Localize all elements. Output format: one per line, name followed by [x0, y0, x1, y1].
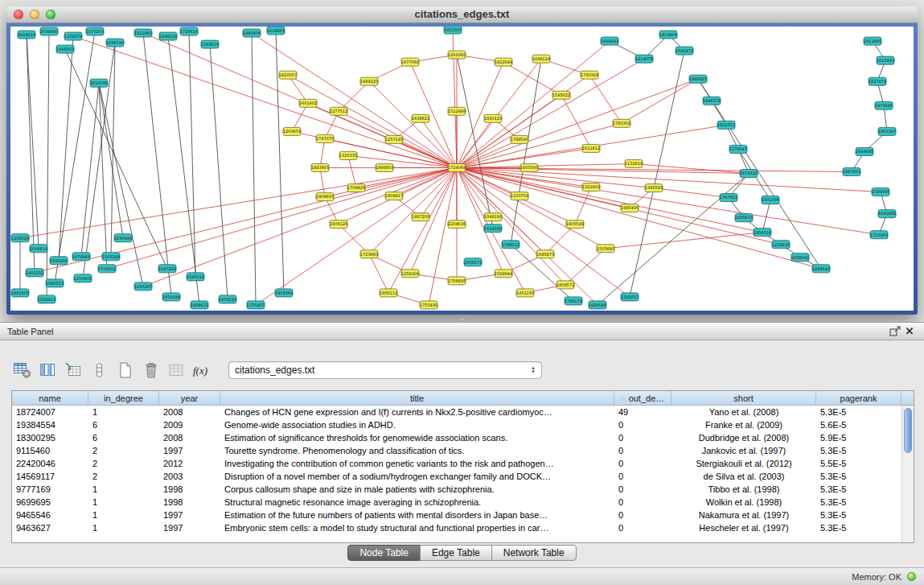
close-window-button[interactable] — [14, 10, 23, 19]
graph-node[interactable]: 1496028 — [159, 32, 177, 40]
table-row[interactable]: 946554611997Estimation of the future num… — [12, 509, 901, 521]
graph-node[interactable]: 1985495 — [621, 204, 639, 212]
graph-node[interactable]: 1261065 — [448, 51, 466, 59]
table-row[interactable]: 2242004622012Investigating the contribut… — [12, 457, 901, 470]
graph-node[interactable]: 1830494 — [114, 234, 132, 242]
graph-node[interactable]: 1709502 — [98, 265, 116, 273]
graph-node[interactable]: 1505680 — [597, 245, 614, 253]
graph-node[interactable]: 1822544 — [495, 58, 512, 66]
graph-node[interactable]: 1345589 — [645, 184, 663, 192]
table-row[interactable]: 977716911998Corpus callosum shape and si… — [12, 483, 901, 496]
graph-node[interactable]: 1325335 — [339, 151, 357, 159]
graph-node[interactable]: 1785302 — [613, 119, 630, 127]
zoom-window-button[interactable] — [46, 10, 55, 19]
graph-node[interactable]: 1996503 — [56, 45, 74, 53]
table-columns-icon[interactable] — [37, 360, 58, 381]
graph-node[interactable]: 1582472 — [676, 47, 693, 55]
graph-node[interactable]: 1866803 — [376, 163, 393, 171]
graph-node[interactable]: 1618903 — [267, 27, 285, 35]
graph-node[interactable]: 2006814 — [30, 245, 47, 253]
graph-node[interactable]: 1470210 — [219, 295, 236, 303]
column-header-in_degree[interactable]: in_degree — [88, 391, 159, 405]
graph-node[interactable]: 1456633 — [735, 214, 753, 222]
graph-node[interactable]: 1179347 — [729, 145, 747, 153]
graph-node[interactable]: 1892351 — [717, 121, 735, 129]
graph-node[interactable]: 1804369 — [275, 289, 293, 297]
graph-node[interactable]: 1295287 — [134, 282, 152, 290]
graph-node[interactable]: 1973490 — [875, 101, 893, 109]
graph-node[interactable]: 1569516 — [201, 40, 219, 48]
graph-node[interactable]: 1667951 — [843, 167, 860, 175]
graph-node[interactable]: 1908605 — [316, 193, 334, 201]
graph-node[interactable]: 1312960 — [134, 29, 152, 37]
graph-node[interactable]: 1487200 — [412, 213, 429, 221]
graph-node[interactable]: 1894543 — [812, 265, 830, 273]
graph-node[interactable]: 1257145 — [385, 135, 403, 143]
float-panel-icon[interactable] — [888, 325, 902, 338]
graph-node[interactable]: 1710363 — [870, 231, 888, 239]
graph-node[interactable]: 1582413 — [38, 295, 55, 303]
graph-node[interactable]: 1100754 — [511, 192, 528, 200]
graph-node[interactable]: 1805549 — [566, 220, 584, 229]
graph-node[interactable]: 1883905 — [311, 163, 329, 171]
graph-node[interactable]: 1048190 — [484, 213, 502, 221]
graph-node[interactable]: 1348012 — [502, 241, 519, 249]
vertical-scrollbar[interactable] — [901, 406, 914, 542]
graph-node[interactable]: 1755430 — [420, 301, 437, 309]
graph-node[interactable]: 1788540 — [511, 135, 528, 143]
column-edit-icon[interactable] — [88, 360, 109, 381]
table-row[interactable]: 1938455462009Genome-wide association stu… — [12, 418, 901, 431]
graph-node[interactable]: 1966825 — [689, 75, 707, 83]
graph-node[interactable]: 1470203 — [86, 27, 104, 35]
function-icon[interactable]: f(x) — [191, 360, 212, 381]
graph-node[interactable]: 1505189 — [102, 253, 120, 261]
column-header-year[interactable]: year — [159, 391, 220, 405]
graph-node[interactable]: 1755407 — [247, 301, 265, 309]
table-row[interactable]: 1872400712008Changes of HCN gene express… — [12, 406, 901, 418]
graph-node[interactable]: 1827479 — [869, 77, 886, 85]
graph-node[interactable]: 1836740 — [106, 39, 124, 47]
tab-node-table[interactable]: Node Table — [347, 545, 421, 561]
graph-node[interactable]: 1788174 — [565, 297, 582, 305]
table-row[interactable]: 911546021997Tourette syndrome. Phenomeno… — [12, 444, 901, 457]
graph-node[interactable]: 1512498 — [448, 107, 466, 115]
graph-node[interactable]: 2039890 — [40, 27, 58, 35]
graph-node[interactable]: 1894695 — [856, 147, 873, 155]
graph-node[interactable]: 1484220 — [360, 77, 378, 85]
new-document-icon[interactable] — [114, 360, 135, 381]
graph-node[interactable]: 1820057 — [279, 71, 297, 79]
graph-node[interactable]: 1901232 — [26, 269, 43, 277]
graph-node[interactable]: 2618095 — [90, 79, 108, 87]
graph-node[interactable]: 1647292 — [158, 265, 176, 273]
graph-node[interactable]: 1956112 — [380, 289, 397, 297]
graph-node[interactable]: 1203659 — [283, 127, 301, 135]
graph-node[interactable]: 1756695 — [448, 277, 466, 285]
table-settings-icon[interactable] — [11, 360, 32, 381]
graph-node[interactable]: 1696124 — [532, 55, 550, 63]
graph-node[interactable]: 1214078 — [635, 55, 653, 63]
graph-node[interactable]: 1830129 — [484, 114, 502, 122]
table-row[interactable]: 969969511998Structural magnetic resonanc… — [12, 496, 901, 509]
table-row[interactable]: 1830029562008Estimation of significance … — [12, 431, 901, 444]
table-selector-dropdown[interactable]: citations_edges.txt ▲▼ — [228, 361, 542, 379]
graph-node[interactable]: 1808572 — [556, 281, 574, 289]
graph-node[interactable]: 1698041 — [791, 253, 809, 262]
trash-icon[interactable] — [140, 360, 161, 381]
graph-node[interactable]: 1723683 — [360, 250, 378, 258]
table-import-icon[interactable] — [63, 360, 84, 381]
graph-node[interactable]: 1636621 — [412, 114, 429, 122]
graph-node[interactable]: 1908621 — [191, 301, 208, 309]
table-disabled-icon[interactable] — [166, 360, 187, 381]
graph-node[interactable]: 1102674 — [64, 32, 82, 40]
graph-node[interactable]: 1651049 — [162, 293, 180, 301]
network-canvas[interactable]: 1724069160556017885401830129151249816366… — [10, 27, 914, 311]
graph-node[interactable]: 1909417 — [385, 192, 403, 200]
minimize-window-button[interactable] — [30, 10, 39, 19]
graph-node[interactable]: 1131616 — [625, 159, 643, 167]
graph-node[interactable]: 1709426 — [347, 184, 365, 192]
graph-node[interactable]: 1606126 — [330, 220, 347, 229]
graph-node[interactable]: 1568944 — [495, 270, 512, 278]
graph-node[interactable]: 1767921 — [720, 194, 737, 202]
graph-node[interactable]: 1277512 — [330, 107, 347, 115]
column-header-pagerank[interactable]: pagerank — [816, 391, 901, 405]
